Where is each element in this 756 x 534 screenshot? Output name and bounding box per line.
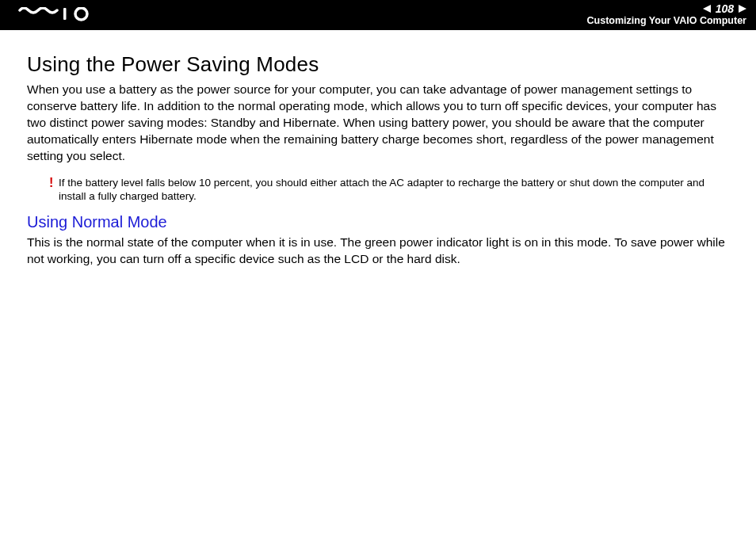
svg-marker-2 (703, 5, 711, 13)
header-section-title: Customizing Your VAIO Computer (587, 16, 746, 27)
warning-note: ! If the battery level falls below 10 pe… (49, 176, 729, 204)
vaio-logo (16, 7, 103, 23)
intro-paragraph: When you use a battery as the power sour… (27, 82, 729, 165)
page-content: Using the Power Saving Modes When you us… (0, 30, 756, 268)
svg-marker-3 (739, 5, 746, 13)
warning-icon: ! (49, 177, 59, 189)
page-number: 108 (716, 3, 734, 15)
next-page-arrow[interactable] (739, 3, 746, 15)
subheading-normal-mode: Using Normal Mode (27, 213, 729, 231)
prev-page-arrow[interactable] (703, 3, 711, 15)
page-title: Using the Power Saving Modes (27, 52, 729, 77)
warning-text: If the battery level falls below 10 perc… (59, 176, 729, 204)
page-nav: 108 (587, 3, 746, 15)
header-right: 108 Customizing Your VAIO Computer (587, 3, 746, 27)
arrow-left-icon (703, 5, 711, 13)
arrow-right-icon (739, 5, 746, 13)
svg-point-1 (75, 8, 87, 20)
svg-rect-0 (63, 8, 67, 20)
page-header: 108 Customizing Your VAIO Computer (0, 0, 756, 30)
normal-mode-paragraph: This is the normal state of the computer… (27, 235, 729, 268)
vaio-logo-icon (16, 7, 103, 23)
